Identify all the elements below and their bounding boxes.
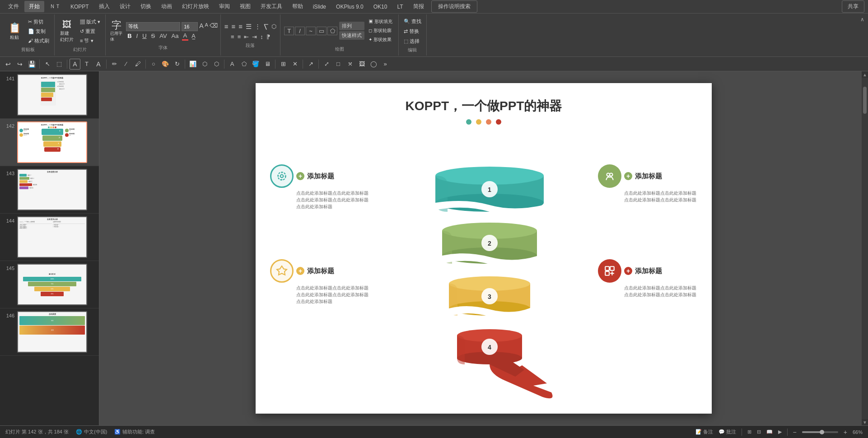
align-center-button[interactable]: ≡ [231, 22, 237, 31]
line-spacing-button[interactable]: ↕ [259, 33, 264, 41]
redo-button[interactable]: ↪ [14, 59, 25, 70]
grid-button[interactable]: ⊞ [278, 59, 289, 70]
menu-help[interactable]: 帮助 [288, 1, 308, 12]
close-shape-button[interactable]: ✕ [289, 59, 300, 70]
align-left-button[interactable]: ≡ [224, 22, 229, 31]
indent-dec-button[interactable]: ⇤ [243, 33, 250, 41]
artword-button[interactable]: A [227, 59, 238, 70]
poly-select-button[interactable]: ⬠ [238, 59, 249, 70]
shape-textbox[interactable]: T [284, 27, 294, 35]
indent-inc-button[interactable]: ⇥ [251, 33, 258, 41]
slide-panel[interactable]: 141 KOPPT，一个做PPT的神器 [0, 71, 99, 425]
new-slide-button[interactable]: 🖼 新建幻灯片 [57, 18, 76, 45]
view-slide-button[interactable]: ⊟ [757, 429, 761, 435]
select-area-button[interactable]: ⬚ [54, 59, 65, 70]
quick-style-button[interactable]: 快速样式 [339, 31, 364, 40]
slide-item-144[interactable]: 144 业务竞争分析 KOPPT，一个做PPT的神器 ● 核心优势一 ● 核心优… [0, 214, 99, 261]
expand-button[interactable]: ⤢ [321, 59, 332, 70]
font-size-input[interactable] [182, 22, 198, 31]
image-button[interactable]: 🖼 [356, 59, 367, 70]
ribbon-collapse-button[interactable]: ∧ [859, 14, 866, 56]
menu-review[interactable]: 审阅 [215, 1, 234, 12]
zoom-slider-thumb[interactable] [820, 430, 824, 434]
menu-nt[interactable]: ＮＴ [45, 1, 65, 12]
menu-okplus[interactable]: OKPlus 9.0 [331, 2, 368, 12]
move-button[interactable]: ⤧ [345, 59, 355, 70]
column-button[interactable]: ⋮ [254, 22, 261, 31]
zoom-slider[interactable] [802, 431, 838, 433]
fill-color-button[interactable]: ▣ 形状填充 [366, 18, 395, 26]
scroll-down-arrow[interactable]: ▼ [862, 419, 868, 425]
format-painter-button[interactable]: 🖌格式刷 [26, 37, 51, 45]
char-spacing-button[interactable]: Aa [170, 32, 180, 40]
clear-format-button[interactable]: ⌫ [210, 22, 218, 31]
menu-lt[interactable]: LT [392, 2, 407, 12]
highlight-button[interactable]: A̲ [190, 32, 197, 40]
scroll-up-arrow[interactable]: ▲ [862, 71, 868, 78]
shape-pentagon[interactable]: ⬠ [327, 27, 337, 35]
reset-button[interactable]: ↺ 重置 [78, 27, 103, 36]
copy-button[interactable]: 📄复制 [26, 27, 51, 36]
strikethrough-button[interactable]: S [150, 32, 157, 40]
menu-view[interactable]: 视图 [235, 1, 255, 12]
zoom-out-button[interactable]: − [793, 429, 797, 436]
square-button[interactable]: □ [333, 59, 344, 70]
oval-button[interactable]: ◯ [368, 59, 379, 70]
menu-home[interactable]: 开始 [24, 1, 44, 12]
save-button[interactable]: 💾 [26, 59, 37, 70]
pointer-button[interactable]: ↖ [42, 59, 53, 70]
font-family-input[interactable] [126, 22, 180, 31]
align-right-button[interactable]: ≡ [238, 22, 243, 31]
menu-ok10[interactable]: OK10 [369, 2, 392, 12]
bold-button[interactable]: B [126, 32, 133, 40]
text-box-button[interactable]: A [70, 59, 80, 70]
menu-search[interactable]: 操作说明搜索 [431, 0, 477, 13]
pen-button[interactable]: 🖊 [132, 59, 143, 70]
shape-line[interactable]: / [295, 27, 305, 35]
right-scrollbar[interactable]: ▲ ▼ [862, 71, 868, 425]
shape-rotate-button[interactable]: ↻ [172, 59, 182, 70]
slide-item-145[interactable]: 145 漏斗图分析 100% 75% 55% 35% [0, 261, 99, 308]
slide-item-143[interactable]: 143 业务进度分析 项目一 项目二 项目三 项目四 项目五 [0, 166, 99, 214]
scroll-thumb-right[interactable] [863, 87, 867, 114]
shadow-button[interactable]: AV [158, 32, 168, 40]
arrange-button[interactable]: 排列 [339, 22, 364, 30]
screen-button[interactable]: 🖥 [262, 59, 273, 70]
shape-curve[interactable]: ~ [306, 27, 316, 35]
view-presentation-button[interactable]: ▶ [778, 429, 782, 435]
notes-button[interactable]: 📝 备注 [695, 429, 713, 435]
find-button[interactable]: 🔍查找 [401, 17, 424, 26]
outline-color-button[interactable]: ◻ 形状轮廓 [366, 27, 395, 35]
menu-devtools[interactable]: 开发工具 [256, 1, 287, 12]
slide-item-146[interactable]: 146 总结展望 增长 展望 [0, 308, 99, 356]
menu-transition[interactable]: 切换 [136, 1, 156, 12]
list-number-button[interactable]: ≡ [237, 33, 242, 41]
text-direction-button[interactable]: ⎲ [263, 22, 269, 31]
menu-design[interactable]: 设计 [115, 1, 135, 12]
list-bullet-button[interactable]: ≡ [230, 33, 235, 41]
select-button[interactable]: ⬚选择 [401, 37, 424, 46]
share-button[interactable]: 共享 [842, 0, 864, 13]
zoom-level[interactable]: 66% [853, 429, 863, 435]
accessibility-status[interactable]: ♿ 辅助功能: 调查 [114, 429, 155, 435]
bucket-button[interactable]: 🪣 [250, 59, 261, 70]
undo-button[interactable]: ↩ [3, 59, 14, 70]
more-button[interactable]: » [380, 59, 391, 70]
crop-button[interactable]: ⬡ [211, 59, 222, 70]
slide-item-142[interactable]: 142 KOPPT，一个做PPT的神器 添加标题描述文字 [0, 119, 99, 166]
comments-button[interactable]: 💬 批注 [719, 429, 736, 435]
font-size-down[interactable]: A [205, 22, 208, 31]
menu-brief[interactable]: 简报 [409, 1, 429, 12]
shape-color-button[interactable]: 🎨 [160, 59, 171, 70]
view-reading-button[interactable]: 📖 [766, 429, 773, 435]
smart-shape-button[interactable]: ⬡ [199, 59, 210, 70]
layout-button[interactable]: ▦ 版式 ▾ [78, 18, 103, 26]
justify-button[interactable]: ☰ [245, 22, 252, 32]
menu-animation[interactable]: 动画 [157, 1, 177, 12]
para-convert-button[interactable]: ⁋ [266, 33, 271, 41]
menu-file[interactable]: 文件 [4, 1, 23, 12]
paste-button[interactable]: 📋 粘贴 [5, 20, 24, 42]
menu-islide[interactable]: iSlide [308, 2, 331, 12]
cut-button[interactable]: ✂剪切 [26, 18, 51, 26]
zoom-in-button[interactable]: + [844, 429, 847, 436]
